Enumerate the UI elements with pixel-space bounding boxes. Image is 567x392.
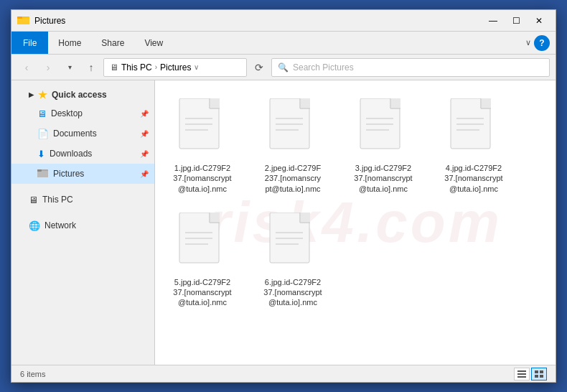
quick-access-chevron-icon: ▶ xyxy=(29,91,34,98)
menu-chevron-icon[interactable]: ∨ xyxy=(525,38,531,47)
pin-icon-downloads: 📌 xyxy=(140,150,149,158)
file-icon-5 xyxy=(267,213,319,274)
downloads-icon: ⬇ xyxy=(37,149,45,159)
svg-rect-41 xyxy=(535,375,538,378)
svg-rect-39 xyxy=(535,370,538,373)
svg-rect-40 xyxy=(540,370,543,373)
window-icon xyxy=(17,14,30,27)
svg-rect-32 xyxy=(300,213,310,223)
title-bar-controls: — ☐ ✕ xyxy=(482,13,550,29)
file-item[interactable]: 3.jpg.id-C279F237.[nomanscrypt@tuta.io].… xyxy=(347,92,419,200)
sidebar-item-desktop[interactable]: 🖥 Desktop 📌 xyxy=(11,103,154,123)
menu-bar-right: ∨ ? xyxy=(525,35,556,51)
svg-rect-2 xyxy=(17,17,22,19)
file-item[interactable]: 1.jpg.id-C279F237.[nomanscrypt@tuta.io].… xyxy=(167,92,238,200)
file-item[interactable]: 5.jpg.id-C279F237.[nomanscrypt@tuta.io].… xyxy=(167,206,238,314)
recent-locations-button[interactable]: ▾ xyxy=(60,58,79,77)
title-bar: Pictures — ☐ ✕ xyxy=(11,10,556,32)
menu-bar: File Home Share View ∨ ? xyxy=(11,32,556,55)
desktop-icon: 🖥 xyxy=(37,108,47,119)
refresh-button[interactable]: ⟳ xyxy=(250,58,268,77)
svg-rect-27 xyxy=(210,213,220,223)
sidebar-item-documents[interactable]: 📄 Documents 📌 xyxy=(11,123,154,144)
file-area: risk4.com 1.jpg.id-C279F237.[ xyxy=(155,80,556,365)
sidebar-item-pictures[interactable]: Pictures 📌 xyxy=(11,164,154,184)
view-details-button[interactable] xyxy=(514,368,530,381)
breadcrumb-this-pc: This PC xyxy=(121,62,152,73)
svg-rect-37 xyxy=(517,373,526,375)
quick-access-star-icon: ★ xyxy=(38,89,47,101)
svg-rect-5 xyxy=(37,169,42,172)
file-item[interactable]: 2.jpeg.id-C279F237.[nomanscrypt@tuta.io]… xyxy=(257,92,329,200)
file-item[interactable]: 6.jpg.id-C279F237.[nomanscrypt@tuta.io].… xyxy=(257,206,329,314)
file-name: 5.jpg.id-C279F237.[nomanscrypt@tuta.io].… xyxy=(173,277,232,308)
menu-view[interactable]: View xyxy=(134,32,173,54)
file-item[interactable]: 4.jpg.id-C279F237.[nomanscrypt@tuta.io].… xyxy=(438,92,510,200)
svg-rect-12 xyxy=(300,98,310,108)
file-icon-0 xyxy=(177,98,228,160)
svg-rect-38 xyxy=(517,376,526,378)
sidebar-item-downloads[interactable]: ⬇ Downloads 📌 xyxy=(11,144,154,164)
search-box[interactable]: 🔍 Search Pictures xyxy=(271,58,550,77)
status-count: 6 items xyxy=(20,370,45,378)
breadcrumb[interactable]: 🖥 This PC › Pictures ∨ xyxy=(103,58,247,77)
minimize-button[interactable]: — xyxy=(482,13,504,29)
documents-icon: 📄 xyxy=(37,129,49,139)
back-button[interactable]: ‹ xyxy=(17,58,36,77)
svg-rect-42 xyxy=(540,375,543,378)
pin-icon: 📌 xyxy=(140,110,149,118)
search-placeholder: Search Pictures xyxy=(293,62,354,73)
svg-rect-17 xyxy=(390,98,400,108)
breadcrumb-pc-icon: 🖥 xyxy=(110,62,118,73)
menu-file[interactable]: File xyxy=(11,32,48,54)
svg-rect-7 xyxy=(210,98,220,108)
svg-rect-22 xyxy=(481,98,491,108)
file-name: 6.jpg.id-C279F237.[nomanscrypt@tuta.io].… xyxy=(263,277,322,308)
search-icon: 🔍 xyxy=(278,62,289,73)
menu-home[interactable]: Home xyxy=(48,32,91,54)
close-button[interactable]: ✕ xyxy=(528,13,550,29)
file-name: 4.jpg.id-C279F237.[nomanscrypt@tuta.io].… xyxy=(444,163,503,194)
breadcrumb-chevron-icon: › xyxy=(155,63,157,71)
pin-icon-pictures: 📌 xyxy=(140,170,149,178)
files-grid: 1.jpg.id-C279F237.[nomanscrypt@tuta.io].… xyxy=(167,92,544,314)
svg-rect-1 xyxy=(17,18,29,24)
sidebar: ▶ ★ Quick access 🖥 Desktop 📌 📄 Documents… xyxy=(11,80,155,365)
svg-rect-4 xyxy=(37,171,48,177)
up-button[interactable]: ↑ xyxy=(82,58,100,77)
file-icon-2 xyxy=(357,98,409,160)
menu-share[interactable]: Share xyxy=(91,32,134,54)
breadcrumb-dropdown-icon[interactable]: ∨ xyxy=(194,63,199,71)
sidebar-section-quick-access: ▶ ★ Quick access xyxy=(11,86,154,103)
svg-rect-36 xyxy=(517,370,526,372)
pictures-icon xyxy=(37,168,49,179)
network-icon: 🌐 xyxy=(29,220,40,231)
help-button[interactable]: ? xyxy=(534,35,550,51)
main-content: ▶ ★ Quick access 🖥 Desktop 📌 📄 Documents… xyxy=(11,80,556,365)
this-pc-icon: 🖥 xyxy=(29,195,38,205)
maximize-button[interactable]: ☐ xyxy=(505,13,527,29)
window-title: Pictures xyxy=(34,16,482,26)
address-bar: ‹ › ▾ ↑ 🖥 This PC › Pictures ∨ ⟳ 🔍 Searc… xyxy=(11,55,556,80)
breadcrumb-pictures: Pictures xyxy=(160,62,191,73)
sidebar-item-this-pc[interactable]: 🖥 This PC xyxy=(11,190,154,210)
sidebar-item-network[interactable]: 🌐 Network xyxy=(11,215,154,235)
status-view-controls xyxy=(514,368,547,381)
view-large-icons-button[interactable] xyxy=(531,368,547,381)
pin-icon-docs: 📌 xyxy=(140,130,149,138)
file-icon-1 xyxy=(267,98,319,160)
status-bar: 6 items xyxy=(11,365,556,382)
file-icon-4 xyxy=(177,213,228,274)
file-name: 3.jpg.id-C279F237.[nomanscrypt@tuta.io].… xyxy=(354,163,413,194)
forward-button[interactable]: › xyxy=(39,58,57,77)
file-icon-3 xyxy=(448,98,500,160)
file-name: 1.jpg.id-C279F237.[nomanscrypt@tuta.io].… xyxy=(173,163,232,194)
file-name: 2.jpeg.id-C279F237.[nomanscrypt@tuta.io]… xyxy=(263,163,322,194)
